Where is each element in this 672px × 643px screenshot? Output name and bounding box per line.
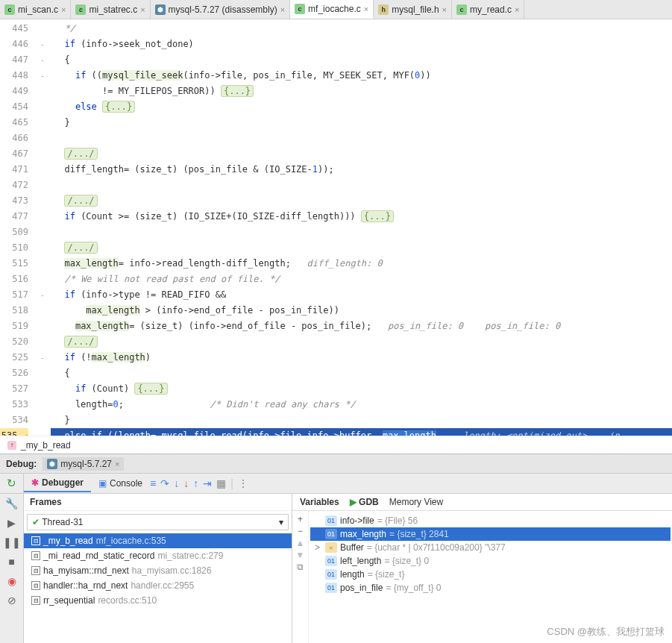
code-line[interactable]: if ((mysql_file_seek(info->file, pos_in_… [51, 68, 672, 84]
variable-row[interactable]: >=Buffer = {uchar * | 0x7f110c09a200} "\… [310, 541, 671, 554]
close-icon[interactable]: × [364, 4, 368, 13]
code-line[interactable]: diff_length= (size_t) (pos_in_file & (IO… [51, 162, 672, 178]
view-breakpoints-icon[interactable]: ◉ [0, 571, 23, 591]
thread-selector[interactable]: ✔ Thread-31 ▾ [27, 514, 289, 530]
force-step-into-icon[interactable]: ↓ [183, 477, 189, 489]
up-icon[interactable]: ▲ [296, 538, 305, 548]
file-type-icon: c [75, 4, 86, 15]
tab-label: mi_scan.c [18, 4, 58, 15]
editor-tab[interactable]: ⬢mysql-5.7.27 (disassembly)× [151, 0, 290, 19]
close-icon[interactable]: × [515, 5, 519, 14]
chevron-right-icon[interactable]: > [315, 542, 322, 553]
rerun-icon[interactable]: ↻ [7, 477, 16, 490]
frame-item[interactable]: ⊟handler::ha_rnd_next handler.cc:2955 [24, 578, 292, 593]
code-line[interactable]: } [51, 115, 672, 131]
code-line[interactable]: if (Count >= (size_t) (IO_SIZE+(IO_SIZE-… [51, 209, 672, 225]
tab-memory[interactable]: Memory View [389, 497, 443, 507]
code-line[interactable]: if (!max_length) [51, 350, 672, 366]
code-line[interactable]: /.../ [51, 334, 672, 350]
variable-row[interactable]: 01length = {size_t} [310, 568, 671, 581]
breadcrumb-func[interactable]: _my_b_read [21, 440, 71, 451]
code-line[interactable]: { [51, 366, 672, 381]
settings-tool-icon[interactable]: 🔧 [0, 494, 23, 513]
editor-tabs: cmi_scan.c×cmi_statrec.c×⬢mysql-5.7.27 (… [0, 0, 672, 19]
code-line[interactable] [51, 131, 672, 146]
tab-console[interactable]: ▣ Console [91, 475, 150, 492]
variable-row[interactable]: 01max_length = {size_t} 2841 [310, 527, 671, 541]
frame-icon: ⊟ [31, 596, 40, 605]
stop-icon[interactable]: ■ [0, 552, 23, 571]
variable-row[interactable]: 01info->file = {File} 56 [310, 514, 671, 527]
code-line[interactable]: /.../ [51, 240, 672, 256]
editor-tab[interactable]: cmi_statrec.c× [71, 0, 150, 19]
code-line[interactable]: /* We will not read past end of file. */ [51, 272, 672, 287]
add-watch-icon[interactable]: + [298, 514, 303, 524]
frame-item[interactable]: ⊟_mi_read_rnd_static_record mi_statrec.c… [24, 548, 292, 563]
settings-icon[interactable]: ⋮ [238, 477, 248, 489]
variables-list[interactable]: 01info->file = {File} 5601max_length = {… [309, 511, 672, 643]
code-line[interactable]: max_length > (info->end_of_file - pos_in… [51, 303, 672, 319]
var-badge-icon: 01 [325, 529, 337, 539]
tab-label: mysql-5.7.27 (disassembly) [169, 4, 277, 15]
tab-debugger[interactable]: ✱ Debugger [24, 474, 91, 492]
tab-variables[interactable]: Variables [300, 497, 339, 507]
code-line[interactable]: length=0; /* Didn't read any chars */ [51, 397, 672, 413]
file-type-icon: c [4, 4, 15, 15]
threads-icon[interactable]: ≡ [150, 477, 156, 489]
frames-panel: Frames ✔ Thread-31 ▾ ⊟_my_b_read mf_ioca… [24, 494, 292, 643]
editor-tab[interactable]: cmy_read.c× [452, 0, 524, 19]
file-type-icon: ⬢ [155, 4, 166, 15]
code-line[interactable]: if (Count) {...} [51, 381, 672, 397]
close-icon[interactable]: × [140, 5, 145, 14]
close-icon[interactable]: × [280, 5, 285, 14]
step-out-icon[interactable]: ↑ [193, 477, 198, 489]
fold-gutter: ----- [34, 19, 51, 436]
code-line[interactable]: max_length= info->read_length-diff_lengt… [51, 256, 672, 272]
close-icon[interactable]: × [115, 459, 119, 468]
down-icon[interactable]: ▼ [296, 550, 305, 560]
frame-icon: ⊟ [31, 581, 40, 590]
close-icon[interactable]: × [442, 5, 447, 14]
code-line[interactable]: else if ((length= mysql_file_read(info->… [51, 428, 672, 436]
code-line[interactable]: if (info->seek_not_done) [51, 37, 672, 52]
tab-gdb[interactable]: ▶ GDB [350, 497, 379, 507]
code-line[interactable]: max_length= (size_t) (info->end_of_file … [51, 319, 672, 334]
code-line[interactable]: != MY_FILEPOS_ERROR)) {...} [51, 84, 672, 99]
debug-titlebar: Debug: ⬢ mysql-5.7.27 × [0, 454, 672, 473]
code-line[interactable]: */ [51, 21, 672, 37]
mute-breakpoints-icon[interactable]: ⊘ [0, 591, 23, 610]
evaluate-icon[interactable]: ▦ [216, 477, 226, 489]
file-type-icon: h [378, 4, 389, 15]
frame-item[interactable]: ⊟_my_b_read mf_iocache.c:535 [24, 533, 292, 548]
variables-panel: Variables ▶ GDB Memory View + − ▲ ▼ ⧉ 01… [292, 494, 672, 643]
step-over-icon[interactable]: ↷ [160, 477, 169, 489]
code-line[interactable]: { [51, 52, 672, 68]
var-badge-icon: = [325, 542, 337, 553]
copy-icon[interactable]: ⧉ [297, 562, 304, 572]
frames-list[interactable]: ⊟_my_b_read mf_iocache.c:535⊟_mi_read_rn… [24, 533, 292, 643]
close-icon[interactable]: × [61, 5, 66, 14]
code-line[interactable]: /.../ [51, 193, 672, 209]
variable-row[interactable]: 01pos_in_file = {my_off_t} 0 [310, 581, 671, 595]
debug-config-tab[interactable]: ⬢ mysql-5.7.27 × [43, 457, 124, 471]
code-line[interactable]: if (info->type != READ_FIFO && [51, 287, 672, 303]
code-line[interactable]: else {...} [51, 99, 672, 115]
code-line[interactable] [51, 178, 672, 193]
code-line[interactable]: /.../ [51, 146, 672, 162]
step-into-icon[interactable]: ↓ [174, 477, 179, 489]
code-line[interactable]: } [51, 413, 672, 428]
code-line[interactable] [51, 225, 672, 240]
run-to-cursor-icon[interactable]: ⇥ [203, 477, 212, 489]
editor-tab[interactable]: cmf_iocache.c× [290, 0, 374, 19]
remove-watch-icon[interactable]: − [298, 526, 303, 536]
variable-row[interactable]: 01left_length = {size_t} 0 [310, 554, 671, 568]
resume-icon[interactable]: ▶ [0, 513, 23, 533]
frame-item[interactable]: ⊟ha_myisam::rnd_next ha_myisam.cc:1826 [24, 563, 292, 578]
pause-icon[interactable]: ❚❚ [0, 533, 23, 552]
tab-label: my_read.c [470, 4, 512, 15]
editor-tab[interactable]: hmysql_file.h× [374, 0, 452, 19]
code-area[interactable]: */ if (info->seek_not_done) { if ((mysql… [51, 19, 672, 436]
var-badge-icon: 01 [325, 556, 337, 566]
editor-tab[interactable]: cmi_scan.c× [0, 0, 71, 19]
frame-item[interactable]: ⊟rr_sequential records.cc:510 [24, 593, 292, 608]
